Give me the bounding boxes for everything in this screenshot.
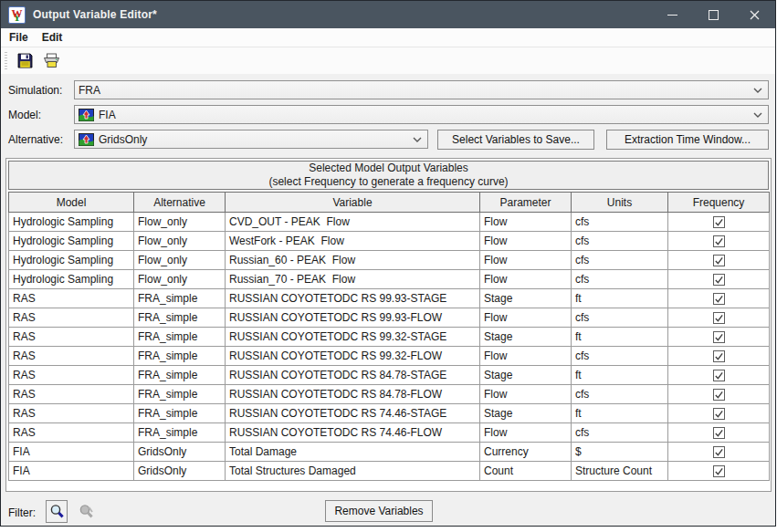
close-button[interactable] bbox=[734, 1, 775, 28]
cell-alternative[interactable]: FRA_simple bbox=[134, 423, 226, 443]
frequency-checkbox[interactable] bbox=[713, 389, 725, 401]
cell-parameter[interactable]: Stage bbox=[480, 404, 572, 423]
frequency-checkbox[interactable] bbox=[713, 312, 725, 324]
cell-units[interactable]: cfs bbox=[572, 308, 668, 328]
cell-variable[interactable]: RUSSIAN COYOTETODC RS 99.32-FLOW bbox=[226, 347, 480, 366]
extraction-time-window-button[interactable]: Extraction Time Window... bbox=[606, 130, 769, 150]
cell-alternative[interactable]: Flow_only bbox=[134, 213, 226, 232]
cell-parameter[interactable]: Flow bbox=[480, 251, 572, 270]
print-button[interactable] bbox=[39, 49, 63, 73]
table-row[interactable]: RASFRA_simpleRUSSIAN COYOTETODC RS 74.46… bbox=[9, 404, 770, 423]
cell-units[interactable]: ft bbox=[572, 366, 668, 385]
cell-alternative[interactable]: FRA_simple bbox=[134, 366, 226, 385]
frequency-checkbox[interactable] bbox=[713, 216, 725, 228]
cell-model[interactable]: RAS bbox=[9, 385, 134, 404]
cell-parameter[interactable]: Stage bbox=[480, 328, 572, 347]
cell-variable[interactable]: RUSSIAN COYOTETODC RS 74.46-FLOW bbox=[226, 423, 480, 443]
cell-units[interactable]: cfs bbox=[572, 232, 668, 251]
save-button[interactable] bbox=[13, 49, 37, 73]
cell-parameter[interactable]: Flow bbox=[480, 385, 572, 404]
frequency-checkbox[interactable] bbox=[713, 274, 725, 286]
column-header-frequency[interactable]: Frequency bbox=[668, 193, 770, 213]
cell-model[interactable]: Hydrologic Sampling bbox=[9, 232, 134, 251]
cell-model[interactable]: RAS bbox=[9, 308, 134, 328]
cell-parameter[interactable]: Currency bbox=[480, 443, 572, 462]
column-header-units[interactable]: Units bbox=[572, 193, 668, 213]
frequency-checkbox[interactable] bbox=[713, 235, 725, 247]
cell-units[interactable]: ft bbox=[572, 404, 668, 423]
cell-units[interactable]: ft bbox=[572, 289, 668, 308]
cell-alternative[interactable]: FRA_simple bbox=[134, 385, 226, 404]
cell-model[interactable]: RAS bbox=[9, 404, 134, 423]
cell-units[interactable]: cfs bbox=[572, 423, 668, 443]
cell-model[interactable]: FIA bbox=[9, 462, 134, 481]
cell-alternative[interactable]: FRA_simple bbox=[134, 308, 226, 328]
filter-button[interactable] bbox=[46, 500, 68, 523]
frequency-checkbox[interactable] bbox=[713, 350, 725, 362]
cell-variable[interactable]: RUSSIAN COYOTETODC RS 84.78-FLOW bbox=[226, 385, 480, 404]
cell-alternative[interactable]: Flow_only bbox=[134, 251, 226, 270]
cell-alternative[interactable]: FRA_simple bbox=[134, 328, 226, 347]
frequency-checkbox[interactable] bbox=[713, 370, 725, 381]
cell-units[interactable]: cfs bbox=[572, 213, 668, 232]
menu-file[interactable]: File bbox=[7, 30, 30, 45]
alternative-combobox[interactable]: GridsOnly bbox=[74, 130, 428, 149]
cell-units[interactable]: ft bbox=[572, 328, 668, 347]
cell-units[interactable]: Structure Count bbox=[572, 462, 668, 481]
cell-parameter[interactable]: Flow bbox=[480, 423, 572, 443]
table-row[interactable]: FIAGridsOnlyTotal Structures DamagedCoun… bbox=[9, 462, 770, 481]
simulation-combobox[interactable]: FRA bbox=[74, 80, 769, 99]
table-row[interactable]: Hydrologic SamplingFlow_onlyCVD_OUT - PE… bbox=[9, 213, 770, 232]
table-row[interactable]: RASFRA_simpleRUSSIAN COYOTETODC RS 84.78… bbox=[9, 366, 770, 385]
cell-parameter[interactable]: Count bbox=[480, 462, 572, 481]
cell-alternative[interactable]: GridsOnly bbox=[134, 462, 226, 481]
table-row[interactable]: RASFRA_simpleRUSSIAN COYOTETODC RS 99.93… bbox=[9, 308, 770, 328]
table-row[interactable]: RASFRA_simpleRUSSIAN COYOTETODC RS 99.32… bbox=[9, 328, 770, 347]
cell-model[interactable]: Hydrologic Sampling bbox=[9, 251, 134, 270]
cell-model[interactable]: RAS bbox=[9, 423, 134, 443]
cell-units[interactable]: cfs bbox=[572, 270, 668, 289]
cell-variable[interactable]: RUSSIAN COYOTETODC RS 99.93-FLOW bbox=[226, 308, 480, 328]
cell-units[interactable]: cfs bbox=[572, 347, 668, 366]
table-row[interactable]: FIAGridsOnlyTotal DamageCurrency$ bbox=[9, 443, 770, 462]
column-header-alternative[interactable]: Alternative bbox=[134, 193, 226, 213]
cell-variable[interactable]: RUSSIAN COYOTETODC RS 99.32-STAGE bbox=[226, 328, 480, 347]
table-row[interactable]: RASFRA_simpleRUSSIAN COYOTETODC RS 74.46… bbox=[9, 423, 770, 443]
cell-variable[interactable]: Russian_60 - PEAK Flow bbox=[226, 251, 480, 270]
cell-parameter[interactable]: Flow bbox=[480, 308, 572, 328]
cell-variable[interactable]: Total Structures Damaged bbox=[226, 462, 480, 481]
cell-variable[interactable]: WestFork - PEAK Flow bbox=[226, 232, 480, 251]
minimize-button[interactable] bbox=[652, 1, 693, 28]
cell-model[interactable]: Hydrologic Sampling bbox=[9, 270, 134, 289]
cell-variable[interactable]: RUSSIAN COYOTETODC RS 74.46-STAGE bbox=[226, 404, 480, 423]
cell-model[interactable]: RAS bbox=[9, 328, 134, 347]
cell-alternative[interactable]: FRA_simple bbox=[134, 347, 226, 366]
table-row[interactable]: RASFRA_simpleRUSSIAN COYOTETODC RS 84.78… bbox=[9, 385, 770, 404]
cell-model[interactable]: RAS bbox=[9, 289, 134, 308]
table-row[interactable]: Hydrologic SamplingFlow_onlyRussian_70 -… bbox=[9, 270, 770, 289]
table-row[interactable]: RASFRA_simpleRUSSIAN COYOTETODC RS 99.93… bbox=[9, 289, 770, 308]
cell-variable[interactable]: CVD_OUT - PEAK Flow bbox=[226, 213, 480, 232]
cell-parameter[interactable]: Flow bbox=[480, 270, 572, 289]
frequency-checkbox[interactable] bbox=[713, 465, 725, 477]
menu-edit[interactable]: Edit bbox=[40, 30, 65, 45]
column-header-variable[interactable]: Variable bbox=[226, 193, 480, 213]
frequency-checkbox[interactable] bbox=[713, 255, 725, 266]
cell-parameter[interactable]: Stage bbox=[480, 366, 572, 385]
cell-variable[interactable]: Russian_70 - PEAK Flow bbox=[226, 270, 480, 289]
cell-model[interactable]: RAS bbox=[9, 366, 134, 385]
cell-model[interactable]: RAS bbox=[9, 347, 134, 366]
select-variables-to-save-button[interactable]: Select Variables to Save... bbox=[437, 130, 594, 150]
cell-model[interactable]: FIA bbox=[9, 443, 134, 462]
frequency-checkbox[interactable] bbox=[713, 408, 725, 420]
cell-parameter[interactable]: Stage bbox=[480, 289, 572, 308]
model-combobox[interactable]: FIA bbox=[74, 105, 769, 124]
cell-alternative[interactable]: Flow_only bbox=[134, 232, 226, 251]
frequency-checkbox[interactable] bbox=[713, 446, 725, 458]
table-row[interactable]: Hydrologic SamplingFlow_onlyWestFork - P… bbox=[9, 232, 770, 251]
cell-variable[interactable]: RUSSIAN COYOTETODC RS 99.93-STAGE bbox=[226, 289, 480, 308]
frequency-checkbox[interactable] bbox=[713, 331, 725, 343]
toolbar-grip[interactable] bbox=[5, 52, 7, 70]
table-row[interactable]: RASFRA_simpleRUSSIAN COYOTETODC RS 99.32… bbox=[9, 347, 770, 366]
cell-alternative[interactable]: Flow_only bbox=[134, 270, 226, 289]
